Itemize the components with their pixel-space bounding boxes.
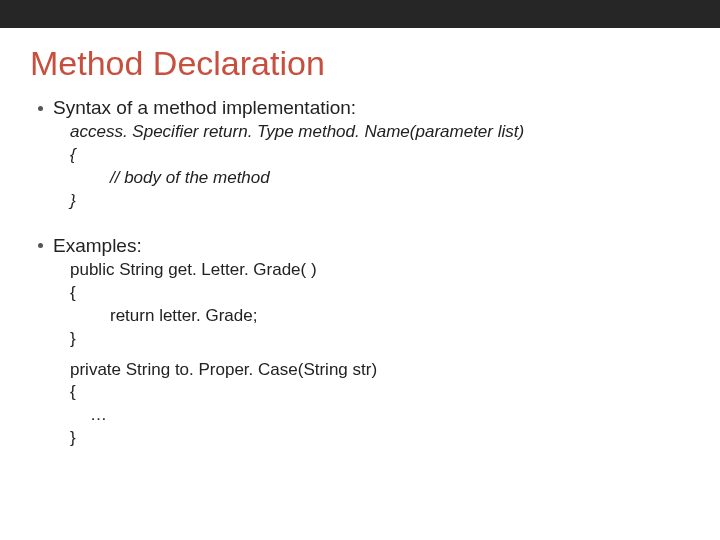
bullet-examples: Examples: [38, 235, 690, 257]
example1-signature: public String get. Letter. Grade( ) [70, 259, 690, 282]
syntax-signature: access. Specifier return. Type method. N… [70, 121, 690, 144]
bullet-syntax-text: Syntax of a method implementation: [53, 97, 356, 119]
bullet-dot-icon [38, 106, 43, 111]
syntax-body: // body of the method [110, 167, 690, 190]
example2-open-brace: { [70, 381, 690, 404]
bullet-syntax: Syntax of a method implementation: [38, 97, 690, 119]
bullet-examples-text: Examples: [53, 235, 142, 257]
slide-title: Method Declaration [30, 44, 690, 83]
example2-signature: private String to. Proper. Case(String s… [70, 359, 690, 382]
slide-content: Method Declaration Syntax of a method im… [0, 28, 720, 450]
syntax-close-brace: } [70, 190, 690, 213]
top-bar [0, 0, 720, 28]
example2-close-brace: } [70, 427, 690, 450]
example1-body: return letter. Grade; [110, 305, 690, 328]
example1-open-brace: { [70, 282, 690, 305]
bullet-dot-icon [38, 243, 43, 248]
example1-close-brace: } [70, 328, 690, 351]
syntax-open-brace: { [70, 144, 690, 167]
example2-body: … [90, 404, 690, 427]
